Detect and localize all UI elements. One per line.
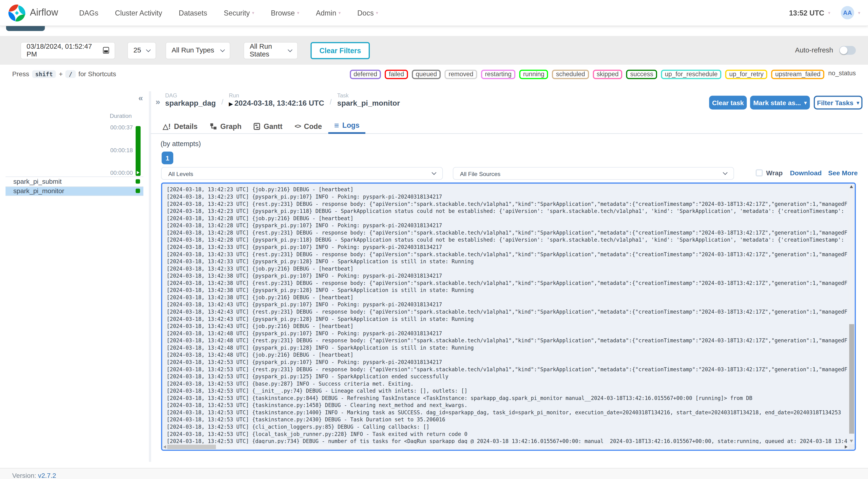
status-badge: running xyxy=(519,70,548,79)
chevron-down-icon: ▾ xyxy=(804,100,807,105)
log-line: [2024-03-18, 13:42:53 UTC] {pyspark_pi.p… xyxy=(167,373,847,380)
run-play-icon: ▶ xyxy=(229,101,232,107)
brand-text: Airflow xyxy=(30,7,58,18)
task-link[interactable]: spark_pi_monitor xyxy=(337,99,400,107)
log-line: [2024-03-18, 13:42:43 UTC] {pyspark_pi.p… xyxy=(167,315,847,323)
airflow-brand[interactable]: Airflow xyxy=(8,3,58,22)
tab-graph[interactable]: Graph xyxy=(204,118,247,134)
nav-menu-item[interactable]: Browse ▾ xyxy=(271,8,299,17)
attempts-label: (by attempts) xyxy=(160,140,201,148)
task-status-square[interactable] xyxy=(135,179,140,184)
tab-code[interactable]: <> Code xyxy=(289,118,328,134)
panel-resize-handle[interactable] xyxy=(149,91,151,462)
nav-menu-item[interactable]: Docs ▾ xyxy=(358,8,378,17)
log-line: [2024-03-18, 13:42:43 UTC] {rest.py:231}… xyxy=(167,308,847,316)
clock-caret-icon: ▾ xyxy=(828,10,830,15)
nav-menu-item[interactable]: Security ▾ xyxy=(224,8,254,17)
chevron-down-icon xyxy=(288,47,292,52)
download-link[interactable]: Download xyxy=(790,169,822,177)
log-line: [2024-03-18, 13:42:38 UTC] {pyspark_pi.p… xyxy=(167,272,847,280)
status-badge: deferred xyxy=(350,70,381,79)
scroll-right-icon[interactable] xyxy=(845,445,847,449)
status-badge: skipped xyxy=(593,70,622,79)
graph-icon xyxy=(210,123,217,130)
nav-menu-item[interactable]: DAGs ▾ xyxy=(79,8,98,17)
scroll-left-icon[interactable] xyxy=(163,445,166,449)
log-line: [2024-03-18, 13:42:28 UTC] {pyspark_pi.p… xyxy=(167,236,847,244)
user-avatar[interactable]: AA xyxy=(841,6,854,19)
auto-refresh-toggle[interactable] xyxy=(839,46,856,55)
task-row[interactable]: spark_pi_submit xyxy=(6,177,143,186)
nav-menu-item[interactable]: Admin ▾ xyxy=(316,8,341,17)
log-line: [2024-03-18, 13:42:33 UTC] {rest.py:231}… xyxy=(167,251,847,258)
status-badge: success xyxy=(626,70,657,79)
run-types-select[interactable]: All Run Types xyxy=(165,42,230,59)
mark-state-button[interactable]: Mark state as...▾ xyxy=(750,96,810,109)
gantt-icon xyxy=(254,123,260,130)
detail-tabs: △! Details Graph Gantt <> Code ≡ Log xyxy=(151,118,863,134)
task-row[interactable]: spark_pi_monitor xyxy=(6,186,143,196)
tab-details[interactable]: △! Details xyxy=(157,118,204,134)
auto-refresh-label: Auto-refresh xyxy=(795,46,833,54)
log-line: [2024-03-18, 13:42:38 UTC] {rest.py:231}… xyxy=(167,279,847,287)
filter-tasks-button[interactable]: Filter Tasks▾ xyxy=(814,96,863,109)
log-output-panel: [2024-03-18, 13:42:23 UTC] {job.py:216} … xyxy=(161,183,856,451)
chevron-down-icon: ▾ xyxy=(376,10,378,15)
nav-menu-item[interactable]: Datasets ▾ xyxy=(179,8,207,17)
clear-filters-button[interactable]: Clear Filters xyxy=(311,42,370,59)
attempt-1-button[interactable]: 1 xyxy=(162,152,173,164)
chevron-down-icon xyxy=(220,47,225,52)
log-line: [2024-03-18, 13:42:53 UTC] {taskinstance… xyxy=(167,409,847,416)
log-lines: [2024-03-18, 13:42:23 UTC] {job.py:216} … xyxy=(167,186,847,444)
vertical-scroll-thumb[interactable] xyxy=(849,324,854,434)
log-line: [2024-03-18, 13:42:53 UTC] {taskinstance… xyxy=(167,394,847,402)
duration-axis-label: Duration xyxy=(83,112,132,119)
horizontal-scrollbar[interactable] xyxy=(162,444,849,450)
status-badge: queued xyxy=(412,70,441,79)
axis-tick: 00:00:37 xyxy=(83,124,133,131)
nav-menu-item[interactable]: Cluster Activity ▾ xyxy=(115,8,162,17)
task-status-square[interactable] xyxy=(135,189,140,193)
scroll-down-icon[interactable] xyxy=(850,440,853,443)
wrap-checkbox[interactable] xyxy=(756,169,763,177)
horizontal-scroll-thumb[interactable] xyxy=(167,445,216,449)
file-source-select[interactable]: All File Sources xyxy=(453,167,734,180)
vertical-scrollbar[interactable] xyxy=(849,184,855,444)
utc-clock[interactable]: 13:52 UTC xyxy=(789,8,824,17)
clear-task-button[interactable]: Clear task xyxy=(709,96,747,109)
scroll-up-icon[interactable] xyxy=(850,185,853,188)
chevron-down-icon xyxy=(432,170,436,175)
run-link[interactable]: ▶2024-03-18, 13:42:16 UTC xyxy=(229,99,324,107)
shortcuts-hint: Press shift + / for Shortcuts xyxy=(12,70,116,78)
chevron-down-icon: ▾ xyxy=(252,10,254,15)
status-badge: upstream_failed xyxy=(771,70,824,79)
log-line: [2024-03-18, 13:42:23 UTC] {job.py:216} … xyxy=(167,186,847,193)
avatar-caret-icon: ▾ xyxy=(858,10,860,15)
page-footer: Version: v2.7.2 xyxy=(0,468,868,479)
log-line: [2024-03-18, 13:42:43 UTC] {job.py:216} … xyxy=(167,323,847,330)
dag-link[interactable]: sparkapp_dag xyxy=(165,99,216,107)
base-date-input[interactable]: 03/18/2024, 01:52:47 PM xyxy=(21,42,115,59)
airflow-logo-icon xyxy=(8,3,26,22)
log-line: [2024-03-18, 13:42:28 UTC] {rest.py:231}… xyxy=(167,229,847,236)
axis-tick: 00:00:18 xyxy=(83,147,133,153)
see-more-link[interactable]: See More xyxy=(828,169,858,177)
run-duration-bar[interactable] xyxy=(135,126,141,176)
log-level-select[interactable]: All Levels xyxy=(161,167,443,180)
collapse-panel-icon[interactable]: « xyxy=(138,93,143,102)
log-line: [2024-03-18, 13:42:53 UTC] {pyspark_pi.p… xyxy=(167,358,847,365)
version-link[interactable]: v2.7.2 xyxy=(38,472,56,479)
log-line: [2024-03-18, 13:42:38 UTC] {job.py:216} … xyxy=(167,294,847,301)
run-states-select[interactable]: All Run States xyxy=(244,42,298,59)
expand-panel-icon[interactable]: » xyxy=(156,97,160,106)
tab-gantt[interactable]: Gantt xyxy=(248,118,289,134)
log-line: [2024-03-18, 13:42:53 UTC] {local_task_j… xyxy=(167,430,847,438)
nav-menu: DAGs ▾ Cluster Activity ▾ Datasets ▾ Sec… xyxy=(79,8,378,17)
tab-logs[interactable]: ≡ Logs xyxy=(328,118,365,134)
wrap-label: Wrap xyxy=(766,169,782,177)
calendar-icon[interactable] xyxy=(103,47,109,54)
warning-icon: △! xyxy=(163,123,171,130)
page-size-select[interactable]: 25 xyxy=(127,42,156,59)
status-badge: scheduled xyxy=(552,70,589,79)
status-badge: no_status xyxy=(828,70,856,79)
